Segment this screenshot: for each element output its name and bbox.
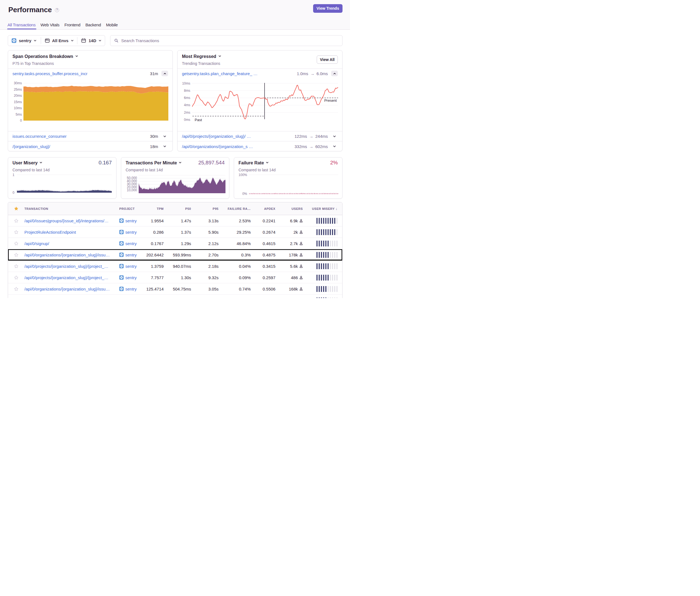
- svg-text:10ms: 10ms: [14, 106, 22, 110]
- svg-text:10ms: 10ms: [182, 81, 190, 85]
- svg-text:4ms: 4ms: [184, 103, 190, 107]
- svg-text:30ms: 30ms: [14, 81, 22, 85]
- svg-text:8ms: 8ms: [184, 89, 190, 93]
- svg-text:0%: 0%: [242, 192, 247, 196]
- svg-text:1: 1: [12, 173, 15, 177]
- svg-text:100%: 100%: [239, 173, 247, 177]
- svg-text:15ms: 15ms: [14, 100, 22, 104]
- svg-text:10,000: 10,000: [127, 188, 137, 192]
- svg-text:2ms: 2ms: [184, 111, 190, 114]
- svg-text:0ms: 0ms: [184, 118, 190, 122]
- svg-text:Present: Present: [324, 98, 337, 103]
- svg-text:25ms: 25ms: [14, 87, 22, 92]
- svg-text:0: 0: [12, 191, 15, 195]
- svg-text:20ms: 20ms: [14, 94, 22, 98]
- svg-text:Past: Past: [195, 118, 202, 122]
- svg-text:0: 0: [20, 119, 22, 123]
- svg-text:6ms: 6ms: [184, 96, 190, 100]
- svg-text:5ms: 5ms: [16, 112, 22, 116]
